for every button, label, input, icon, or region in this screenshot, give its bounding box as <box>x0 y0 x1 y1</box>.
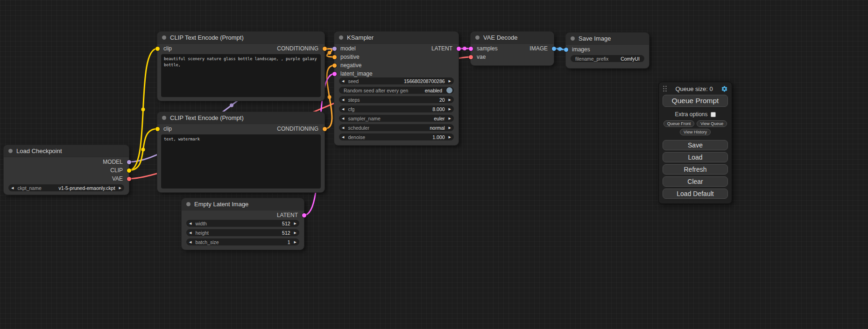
node-ksampler[interactable]: KSampler model LATENT positive negative … <box>334 32 459 145</box>
widget-label: ckpt_name <box>17 185 41 191</box>
node-clip-text-encode-negative[interactable]: CLIP Text Encode (Prompt) clip CONDITION… <box>157 112 325 192</box>
input-slot-label-negative: negative <box>340 62 361 69</box>
decrement-arrow-icon[interactable]: ◀ <box>342 79 344 83</box>
collapse-dot-icon[interactable] <box>186 202 191 206</box>
increment-arrow-icon[interactable]: ▶ <box>449 107 451 111</box>
widget-height[interactable]: ◀ height 512 ▶ <box>186 229 299 236</box>
output-slot-latent[interactable] <box>302 213 306 217</box>
widget-random-seed[interactable]: Random seed after every gen enabled <box>339 87 454 94</box>
slot-row: CLIP <box>4 166 129 175</box>
collapse-dot-icon[interactable] <box>162 116 166 120</box>
output-slot-conditioning[interactable] <box>323 127 327 131</box>
collapse-dot-icon[interactable] <box>571 36 575 41</box>
decrement-arrow-icon[interactable]: ◀ <box>342 98 344 101</box>
output-slot-vae[interactable] <box>127 177 131 181</box>
input-slot-model[interactable] <box>332 47 337 51</box>
input-slot-negative[interactable] <box>332 63 337 68</box>
input-slot-samples[interactable] <box>469 47 473 51</box>
node-title-bar[interactable]: Save Image <box>566 33 649 45</box>
increment-arrow-icon[interactable]: ▶ <box>294 222 296 225</box>
widget-value: normal <box>430 125 445 131</box>
input-slot-vae[interactable] <box>469 55 473 59</box>
collapse-dot-icon[interactable] <box>162 35 166 40</box>
widget-seed[interactable]: ◀ seed 156680208700286 ▶ <box>339 77 454 84</box>
decrement-arrow-icon[interactable]: ◀ <box>189 240 191 244</box>
save-button[interactable]: Save <box>663 140 728 150</box>
clear-button[interactable]: Clear <box>663 176 728 187</box>
input-slot-latent-image[interactable] <box>332 72 337 76</box>
collapse-dot-icon[interactable] <box>8 149 13 153</box>
node-title: Save Image <box>579 35 611 42</box>
decrement-arrow-icon[interactable]: ◀ <box>189 222 191 225</box>
load-default-button[interactable]: Load Default <box>663 189 728 199</box>
input-slot-label-vae: vae <box>477 54 486 60</box>
extra-options-checkbox[interactable] <box>711 112 716 117</box>
increment-arrow-icon[interactable]: ▶ <box>449 98 451 101</box>
node-title-bar[interactable]: Load Checkpoint <box>4 145 129 157</box>
node-title-bar[interactable]: VAE Decode <box>471 32 554 44</box>
node-title-bar[interactable]: KSampler <box>334 32 459 44</box>
node-empty-latent-image[interactable]: Empty Latent Image LATENT ◀ width 512 ▶ … <box>182 198 304 250</box>
widget-scheduler[interactable]: ◀ scheduler normal ▶ <box>339 124 454 131</box>
node-title-bar[interactable]: Empty Latent Image <box>182 198 304 210</box>
output-slot-label-latent: LATENT <box>277 212 298 218</box>
increment-arrow-icon[interactable]: ▶ <box>449 117 451 120</box>
slot-row: model LATENT <box>334 44 459 53</box>
toggle-knob[interactable] <box>446 87 452 93</box>
increment-arrow-icon[interactable]: ▶ <box>449 135 451 139</box>
view-queue-button[interactable]: View Queue <box>697 120 727 127</box>
collapse-dot-icon[interactable] <box>339 35 343 40</box>
output-slot-conditioning[interactable] <box>323 47 327 51</box>
decrement-arrow-icon[interactable]: ◀ <box>342 135 344 139</box>
widget-width[interactable]: ◀ width 512 ▶ <box>186 220 299 227</box>
node-clip-text-encode-positive[interactable]: CLIP Text Encode (Prompt) clip CONDITION… <box>157 32 325 101</box>
decrement-arrow-icon[interactable]: ◀ <box>342 126 344 129</box>
node-title: KSampler <box>347 34 374 41</box>
collapse-dot-icon[interactable] <box>475 35 480 40</box>
input-slot-label-positive: positive <box>340 54 360 60</box>
output-slot-clip[interactable] <box>127 168 131 173</box>
decrement-arrow-icon[interactable]: ◀ <box>342 117 344 120</box>
increment-arrow-icon[interactable]: ▶ <box>449 79 451 83</box>
input-slot-positive[interactable] <box>332 55 337 59</box>
queue-prompt-button[interactable]: Queue Prompt <box>663 95 728 107</box>
input-slot-clip[interactable] <box>155 47 160 51</box>
widget-cfg[interactable]: ◀ cfg 8.000 ▶ <box>339 105 454 112</box>
decrement-arrow-icon[interactable]: ◀ <box>342 107 344 111</box>
widget-label: steps <box>348 97 360 103</box>
node-vae-decode[interactable]: VAE Decode samples IMAGE vae <box>471 32 554 65</box>
output-slot-image[interactable] <box>552 47 556 51</box>
increment-arrow-icon[interactable]: ▶ <box>449 126 451 129</box>
input-slot-label-samples: samples <box>477 45 498 52</box>
node-save-image[interactable]: Save Image images filename_prefix ComfyU… <box>566 33 649 68</box>
widget-batch-size[interactable]: ◀ batch_size 1 ▶ <box>186 238 299 245</box>
widget-label: width <box>195 221 207 226</box>
input-slot-images[interactable] <box>564 48 568 52</box>
increment-arrow-icon[interactable]: ▶ <box>294 240 296 244</box>
increment-arrow-icon[interactable]: ▶ <box>294 231 296 234</box>
decrement-arrow-icon[interactable]: ◀ <box>11 186 14 189</box>
view-history-button[interactable]: View History <box>680 129 711 135</box>
node-title-bar[interactable]: CLIP Text Encode (Prompt) <box>157 112 325 124</box>
widget-steps[interactable]: ◀ steps 20 ▶ <box>339 96 454 103</box>
output-slot-model[interactable] <box>127 160 131 164</box>
widget-ckpt-name[interactable]: ◀ ckpt_name v1-5-pruned-emaonly.ckpt ▶ <box>8 184 124 191</box>
widget-filename-prefix[interactable]: filename_prefix ComfyUI <box>571 55 644 62</box>
drag-handle-icon[interactable] <box>663 85 667 92</box>
queue-menu-panel[interactable]: Queue size: 0 Queue Prompt Extra options… <box>658 82 732 204</box>
node-load-checkpoint[interactable]: Load Checkpoint MODEL CLIP VAE ◀ ckpt_na… <box>4 145 129 195</box>
settings-gear-icon[interactable] <box>721 85 728 92</box>
increment-arrow-icon[interactable]: ▶ <box>119 186 121 189</box>
refresh-button[interactable]: Refresh <box>663 164 728 175</box>
widget-denoise[interactable]: ◀ denoise 1.000 ▶ <box>339 133 454 140</box>
input-slot-clip[interactable] <box>155 127 160 131</box>
prompt-textarea[interactable]: beautiful scenery nature glass bottle la… <box>161 54 321 97</box>
prompt-textarea[interactable]: text, watermark <box>161 134 321 189</box>
widget-sampler-name[interactable]: ◀ sampler_name euler ▶ <box>339 115 454 122</box>
output-slot-label-clip: CLIP <box>110 167 123 174</box>
load-button[interactable]: Load <box>663 152 728 162</box>
queue-front-button[interactable]: Queue Front <box>663 120 695 127</box>
decrement-arrow-icon[interactable]: ◀ <box>189 231 191 234</box>
node-title-bar[interactable]: CLIP Text Encode (Prompt) <box>157 32 325 44</box>
output-slot-latent[interactable] <box>457 47 461 51</box>
